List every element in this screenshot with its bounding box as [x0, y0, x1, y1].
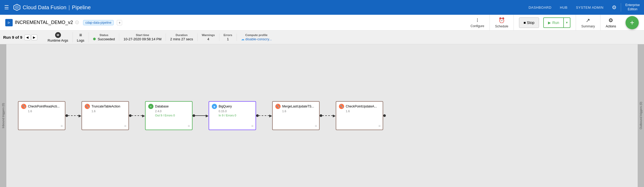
run-button[interactable]: ▶ Run — [543, 17, 564, 28]
node-menu-icon[interactable]: ≡ — [251, 124, 253, 128]
add-fab-button[interactable]: + — [626, 16, 639, 29]
actions-button[interactable]: ⚙ Actions — [600, 15, 621, 31]
node-header: 🔧 TruncateTableAction — [85, 104, 126, 109]
stop-icon: ■ — [523, 21, 526, 25]
node-icon-wrench: 🔧 — [339, 104, 344, 109]
node-version: 1.6 — [339, 110, 380, 113]
connector-arrow: ▶ — [206, 114, 209, 118]
svg-marker-1 — [15, 5, 19, 9]
actions-icon: ⚙ — [608, 17, 613, 23]
node-icon-wrench: 🔧 — [21, 104, 26, 109]
warnings-item: Warnings 4 — [198, 33, 219, 41]
node-database[interactable]: ≡ Database 2.4.0 Out 9 / Errors 0 ≡ — [145, 101, 193, 130]
duration-item: Duration 2 mins 27 secs — [166, 33, 198, 41]
brand-subtitle: Pipeline — [72, 4, 91, 11]
configure-button[interactable]: ⫶ Configure — [465, 15, 490, 31]
brand-logo-icon — [13, 4, 21, 11]
node-checkpointreadacti[interactable]: 🔧 CheckPointReadActi... 1.6 ≡ — [18, 101, 65, 130]
connector-dot — [256, 114, 259, 117]
run-navigation: ◀ ▶ — [25, 35, 37, 40]
runtime-args-label[interactable]: Runtime Args — [48, 38, 68, 42]
compute-profile-link[interactable]: disable-conscry... — [245, 37, 272, 41]
nav-system-admin[interactable]: SYSTEM ADMIN — [576, 6, 603, 9]
run-label: Run — [552, 21, 559, 25]
node-menu-icon[interactable]: ≡ — [61, 124, 63, 128]
node-checkpointupdatea[interactable]: 🔧 CheckPointUpdateA... 1.6 ≡ — [336, 101, 383, 130]
node-header: 🔧 CheckPointUpdateA... — [339, 104, 380, 109]
connector-dot — [65, 114, 68, 117]
outbound-triggers-label: Outbound triggers (0) — [638, 44, 644, 187]
nav-hub[interactable]: HUB — [560, 6, 568, 9]
node-menu-icon[interactable]: ≡ — [188, 124, 190, 128]
logs-label[interactable]: Logs — [77, 38, 84, 42]
node-header: 🔧 MergeLastUpdateTS... — [275, 104, 316, 109]
pipeline-header: ▷ INCREMENTAL_DEMO_v2 ⓘ cdap-data-pipeli… — [0, 15, 644, 31]
nav-dashboard[interactable]: DASHBOARD — [528, 6, 551, 9]
schedule-icon: ⏰ — [498, 17, 505, 23]
connector-dot — [383, 114, 386, 117]
node-name: BigQuery — [219, 105, 232, 108]
node-version: 1.6 — [21, 110, 62, 113]
run-dropdown-button[interactable]: ▾ — [564, 17, 570, 28]
compute-profile-header: Compute profile — [245, 33, 267, 37]
node-name: CheckPointUpdateA... — [346, 105, 377, 108]
connector-arrow: ▶ — [269, 114, 272, 118]
node-stats: Out 9 / Errors 0 — [148, 114, 189, 117]
actions-label: Actions — [606, 24, 616, 28]
configure-label: Configure — [470, 24, 484, 28]
node-menu-icon[interactable]: ≡ — [315, 124, 317, 128]
start-time-header: Start time — [136, 33, 149, 37]
warnings-value: 4 — [207, 37, 209, 41]
connector-line — [259, 115, 269, 116]
info-icon[interactable]: ⓘ — [75, 20, 79, 25]
errors-item: Errors 1 — [219, 33, 237, 41]
connector-line — [68, 115, 79, 116]
connector-dot — [193, 114, 195, 117]
summary-label: Summary — [581, 24, 595, 28]
brand: Cloud Data Fusion | Pipeline — [13, 4, 91, 11]
node-menu-icon[interactable]: ≡ — [378, 124, 381, 128]
runtime-args-item: M Runtime Args — [44, 32, 73, 42]
warnings-header: Warnings — [202, 33, 215, 37]
node-name: Database — [155, 105, 169, 108]
connector-line — [322, 115, 333, 116]
summary-button[interactable]: ↗ Summary — [576, 15, 600, 31]
run-next-button[interactable]: ▶ — [31, 35, 37, 40]
add-icon: + — [630, 18, 634, 27]
schedule-button[interactable]: ⏰ Schedule — [490, 15, 514, 31]
stop-button[interactable]: ■ Stop — [519, 17, 539, 28]
connector-5-6: ▶ — [320, 114, 336, 118]
start-time-item: Start time 10-27-2020 09:58:14 PM — [119, 33, 166, 41]
pipeline-title-area: ▷ INCREMENTAL_DEMO_v2 ⓘ cdap-data-pipeli… — [5, 19, 122, 26]
node-mergelastupdatets[interactable]: 🔧 MergeLastUpdateTS... 1.6 ≡ — [272, 101, 320, 130]
add-tag-button[interactable]: + — [117, 20, 122, 25]
brand-name: Cloud Data Fusion — [23, 4, 66, 11]
connector-3-4: ▶ — [193, 114, 209, 118]
node-truncatetableaction[interactable]: 🔧 TruncateTableAction 1.6 ≡ — [81, 101, 129, 130]
connector-2-3: ▶ — [129, 114, 145, 118]
node-bigquery[interactable]: ◈ BigQuery 0.15.0 In 9 / Errors 0 ≡ — [209, 101, 256, 130]
connector-arrow: ▶ — [142, 114, 145, 118]
connector-arrow: ▶ — [333, 114, 336, 118]
node-icon-bigquery: ◈ — [212, 104, 217, 109]
node-row: 🔧 CheckPointReadActi... 1.6 ≡ ▶ 🔧 Trunca… — [18, 101, 386, 130]
logs-item: ≡ Logs — [73, 32, 89, 42]
namespace-tag[interactable]: cdap-data-pipeline — [83, 20, 114, 25]
run-bar: Run 9 of 9 ◀ ▶ M Runtime Args ≡ Logs Sta… — [0, 31, 644, 44]
compute-profile-item: Compute profile ☁ disable-conscry... — [237, 33, 276, 41]
node-menu-icon[interactable]: ≡ — [124, 124, 126, 128]
run-prev-button[interactable]: ◀ — [25, 35, 30, 40]
edition-badge: EnterpriseEdition — [621, 3, 640, 11]
hamburger-icon[interactable]: ☰ — [4, 4, 9, 11]
schedule-label: Schedule — [495, 24, 508, 28]
node-stats: In 9 / Errors 0 — [212, 114, 253, 117]
node-version: 1.6 — [85, 110, 126, 113]
node-icon-wrench: 🔧 — [85, 104, 90, 109]
status-text: Succeeded — [98, 37, 115, 41]
settings-icon[interactable]: ⚙ — [612, 4, 617, 11]
run-group: ▶ Run ▾ — [543, 17, 571, 28]
cloud-icon: ☁ — [241, 37, 244, 41]
edition-label: EnterpriseEdition — [625, 3, 640, 11]
connector-dot — [320, 114, 322, 117]
inbound-triggers-label: Inbound triggers (0) — [0, 44, 6, 187]
